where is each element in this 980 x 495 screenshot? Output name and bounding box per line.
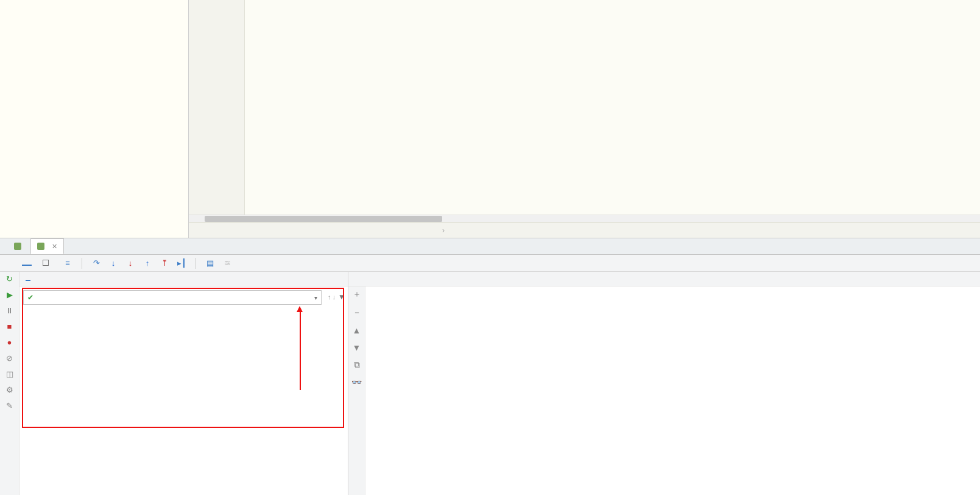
mute-breakpoints-icon[interactable]: ⊘: [5, 354, 15, 363]
frames-pane: ✔ ▾ ↑↓ ▼: [19, 272, 348, 495]
step-into-icon[interactable]: ↓: [108, 258, 119, 269]
resume-icon[interactable]: ▶: [5, 290, 15, 300]
pause-icon[interactable]: ⏸: [5, 306, 15, 316]
trace-icon[interactable]: ≋: [222, 258, 233, 269]
debug-side-toolbar: ↻ ▶ ⏸ ■ ● ⊘ ◫ ⚙ ✎: [0, 272, 19, 495]
step-over-icon[interactable]: ↷: [91, 258, 102, 269]
down-icon[interactable]: ▼: [353, 343, 361, 352]
line-gutter[interactable]: [189, 0, 245, 215]
tab-debugger[interactable]: [22, 261, 32, 266]
check-icon: ✔: [27, 293, 33, 302]
bug-icon: [14, 243, 21, 250]
editor-h-scrollbar[interactable]: [189, 215, 980, 222]
code-editor[interactable]: ›: [189, 0, 980, 238]
breakpoints-icon[interactable]: ●: [5, 338, 15, 347]
up-icon[interactable]: ▲: [353, 326, 361, 335]
evaluate-icon[interactable]: ▤: [205, 258, 216, 269]
debug-run-tab[interactable]: ✕: [30, 238, 64, 254]
thread-selector[interactable]: ✔ ▾: [23, 290, 322, 305]
chevron-down-icon[interactable]: ▾: [314, 294, 317, 301]
frames-header[interactable]: [26, 277, 30, 281]
chevron-right-icon: ›: [442, 226, 445, 235]
project-tree[interactable]: [0, 0, 189, 238]
stop-icon[interactable]: ■: [5, 322, 15, 332]
debug-toolbar: ≡ ↷ ↓ ↓ ↑ ⤒ ▸┃ ▤ ≋: [0, 255, 980, 272]
remove-watch-icon[interactable]: －: [353, 307, 361, 318]
new-watch-icon[interactable]: ＋: [353, 289, 361, 300]
variables-list[interactable]: [365, 287, 980, 495]
threads-icon[interactable]: ≡: [62, 258, 73, 269]
debug-panel: ✕ ≡ ↷ ↓ ↓ ↑ ⤒ ▸┃ ▤ ≋ ↻ ▶ ⏸ ■ ● ⊘ ◫ ⚙ ✎: [0, 238, 980, 495]
step-out-icon[interactable]: ↑: [142, 258, 153, 269]
rerun-icon[interactable]: ↻: [5, 274, 15, 284]
variables-pane: ＋ － ▲ ▼ ⧉ 👓: [348, 272, 980, 495]
copy-icon[interactable]: ⧉: [354, 360, 360, 370]
run-to-cursor-icon[interactable]: ▸┃: [176, 258, 187, 269]
next-frame-icon[interactable]: ↓: [333, 293, 336, 301]
bug-icon: [37, 243, 44, 250]
prev-frame-icon[interactable]: ↑: [328, 293, 331, 301]
variables-header: [354, 278, 359, 280]
call-stack[interactable]: [19, 307, 348, 495]
debug-run-tab[interactable]: [7, 238, 30, 254]
close-icon[interactable]: ✕: [52, 243, 57, 251]
force-step-into-icon[interactable]: ↓: [125, 258, 136, 269]
debug-run-tabs: ✕: [0, 238, 980, 255]
code-lines[interactable]: [245, 0, 980, 215]
threads-header[interactable]: [43, 278, 48, 280]
console-icon: [43, 260, 49, 266]
drop-frame-icon[interactable]: ⤒: [159, 258, 170, 269]
pin-icon[interactable]: ✎: [5, 401, 15, 411]
tab-console[interactable]: [38, 257, 56, 269]
filter-icon[interactable]: ▼: [338, 293, 345, 301]
settings-icon[interactable]: ⚙: [5, 385, 15, 395]
glasses-icon[interactable]: 👓: [351, 377, 362, 387]
variables-toolbar: ＋ － ▲ ▼ ⧉ 👓: [348, 287, 365, 495]
camera-icon[interactable]: ◫: [5, 369, 15, 379]
breadcrumb[interactable]: ›: [189, 222, 980, 238]
